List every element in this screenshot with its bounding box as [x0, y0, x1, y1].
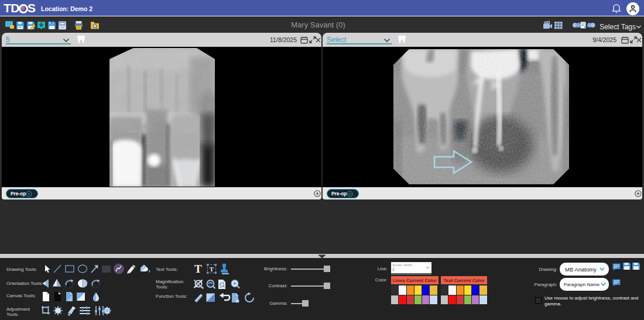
svg-text:T: T	[194, 263, 202, 275]
svg-text:T: T	[210, 266, 214, 273]
